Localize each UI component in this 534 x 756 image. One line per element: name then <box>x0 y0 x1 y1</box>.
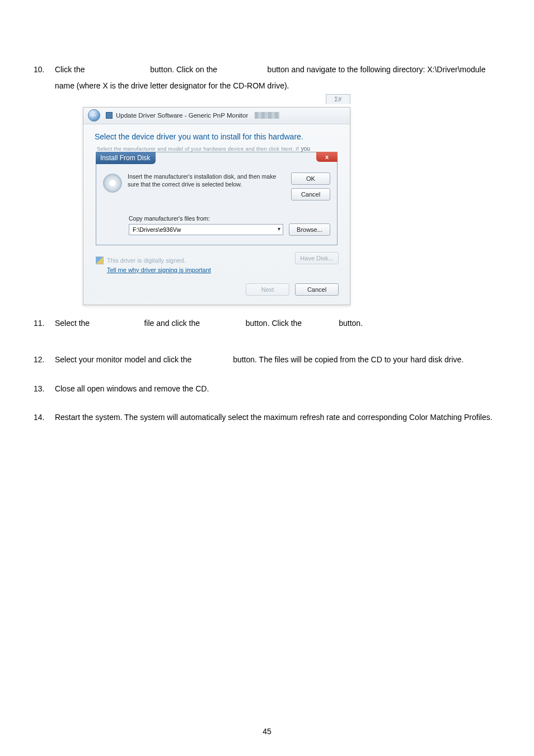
t: Insert the manufacturer's installation d… <box>128 172 285 180</box>
blank <box>219 65 265 74</box>
t: button. Click the <box>246 319 304 328</box>
signed-row: This driver is digitally signed. <box>96 256 186 264</box>
browse-button[interactable]: Browse... <box>289 223 330 236</box>
ifd-message: Insert the manufacturer's installation d… <box>128 172 285 200</box>
blank <box>92 319 142 328</box>
t: Restart the system. The system will auto… <box>55 413 493 422</box>
shield-icon <box>96 256 104 264</box>
ghost-text: Select the manufacturer and model of you… <box>97 146 299 152</box>
step-text: Restart the system. The system will auto… <box>55 409 497 426</box>
have-disk-button[interactable]: Have Disk... <box>295 252 339 264</box>
ok-button[interactable]: OK <box>291 172 330 185</box>
step-10: 10. Click the button. Click on the butto… <box>34 62 500 95</box>
wizard-footer: Next Cancel <box>95 283 339 296</box>
window-titlebar: ← Update Driver Software - Generic PnP M… <box>83 108 350 124</box>
path-input[interactable]: F:\Drivers\e936Vw <box>129 224 283 235</box>
step-text: Click the button. Click on the button an… <box>55 62 497 95</box>
cd-icon <box>103 174 122 193</box>
step-number: 12. <box>34 352 53 368</box>
screenshot-dialog: Σ# ← Update Driver Software - Generic Pn… <box>83 107 350 305</box>
t: Select your monitor model and click the <box>55 355 194 364</box>
step-13: 13. Close all open windows and remove th… <box>34 381 500 397</box>
page: 10. Click the button. Click on the butto… <box>0 0 534 756</box>
back-button-icon[interactable]: ← <box>88 109 100 122</box>
blank <box>194 355 231 364</box>
cancel-button[interactable]: Cancel <box>291 188 330 200</box>
install-from-disk-dialog: Install From Disk x Insert the manufactu… <box>96 152 338 245</box>
step-number: 11. <box>34 315 53 332</box>
next-button[interactable]: Next <box>246 283 289 296</box>
step-12: 12. Select your monitor model and click … <box>34 352 500 368</box>
window-body: Select the device driver you want to ins… <box>83 124 350 305</box>
step-number: 14. <box>34 409 53 426</box>
step-number: 10. <box>34 62 53 78</box>
crumb-icon <box>106 112 113 119</box>
signed-text: This driver is digitally signed. <box>107 257 186 264</box>
step-14: 14. Restart the system. The system will … <box>34 409 500 426</box>
blank <box>87 65 148 74</box>
step-text: Close all open windows and remove the CD… <box>55 381 497 397</box>
window-title: Update Driver Software - Generic PnP Mon… <box>116 112 248 119</box>
path-value: F:\Drivers\e936Vw <box>133 226 181 233</box>
signing-link[interactable]: Tell me why driver signing is important <box>107 267 339 273</box>
t: button. <box>339 319 363 328</box>
t: Close all open windows and remove the CD… <box>55 384 209 393</box>
step-text: Select your monitor model and click the … <box>55 352 497 368</box>
t: Select the <box>55 319 92 328</box>
ifd-close-icon[interactable]: x <box>316 152 338 162</box>
wizard-heading: Select the device driver you want to ins… <box>95 132 339 141</box>
t: file and click the <box>144 319 202 328</box>
page-number: 45 <box>0 727 534 736</box>
cancel-wizard-button[interactable]: Cancel <box>295 283 339 296</box>
ifd-title: Install From Disk <box>96 152 156 164</box>
copy-from-label: Copy manufacturer's files from: <box>129 215 330 222</box>
ghost-tail: you <box>301 146 310 152</box>
window-close-icon[interactable]: Σ# <box>326 94 350 104</box>
t: button. The files will be copied from th… <box>233 355 463 364</box>
blank <box>304 319 336 328</box>
crumb-blur <box>255 112 279 119</box>
t: sure that the correct drive is selected … <box>128 180 285 188</box>
step-11: 11. Select the file and click the button… <box>34 315 500 332</box>
t: Click the <box>55 65 87 74</box>
step-number: 13. <box>34 381 53 397</box>
blank <box>202 319 243 328</box>
t: button. Click on the <box>150 65 219 74</box>
step-text: Select the file and click the button. Cl… <box>55 315 497 332</box>
